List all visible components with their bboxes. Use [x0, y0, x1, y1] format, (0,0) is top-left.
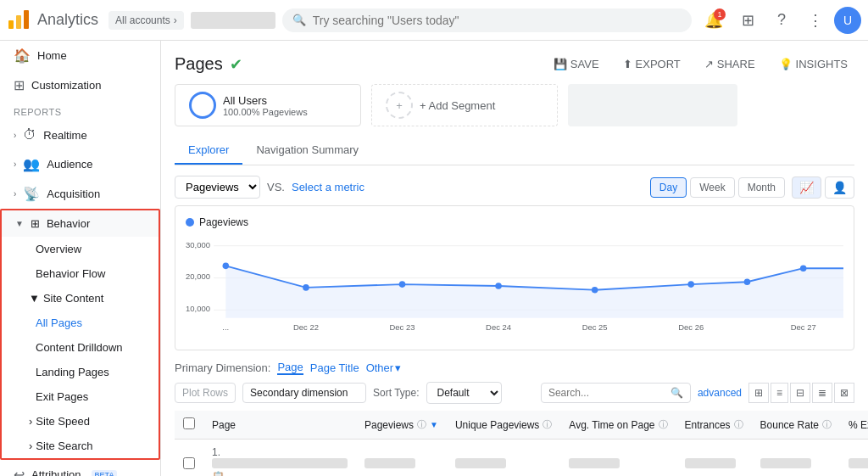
- sidebar-item-overview[interactable]: Overview: [2, 237, 159, 261]
- table-search-input[interactable]: [548, 387, 667, 399]
- svg-point-14: [687, 281, 694, 288]
- sidebar-item-behavior-flow[interactable]: Behavior Flow: [2, 261, 159, 286]
- lifecycle-view-button[interactable]: ≣: [812, 383, 832, 403]
- help-button[interactable]: ?: [766, 5, 797, 36]
- sidebar-item-content-drilldown[interactable]: Content Drilldown: [2, 335, 159, 360]
- custom-view-button[interactable]: ⊠: [834, 383, 854, 403]
- week-button[interactable]: Week: [690, 177, 734, 198]
- sidebar-item-attribution[interactable]: ↩ Attribution BETA: [0, 460, 160, 476]
- svg-point-12: [495, 283, 502, 289]
- sidebar-item-exit-pages[interactable]: Exit Pages: [2, 384, 159, 409]
- sort-type-label: Sort Type:: [373, 387, 419, 399]
- sort-arrow-pageviews: ▼: [430, 420, 438, 429]
- col-header-bounce-rate: Bounce Rate ⓘ: [752, 411, 840, 440]
- account-sub-blurred: [191, 12, 275, 29]
- export-button[interactable]: ⬆ EXPORT: [616, 54, 687, 74]
- sidebar-item-label-realtime: Realtime: [43, 129, 86, 142]
- col-header-entrances: Entrances ⓘ: [676, 411, 752, 440]
- bar-chart-button[interactable]: 👤: [825, 176, 854, 199]
- select-metric-link[interactable]: Select a metric: [292, 181, 364, 193]
- dim-page-link[interactable]: Page: [277, 361, 303, 375]
- more-options-button[interactable]: ⋮: [800, 5, 831, 36]
- table-search-box: 🔍: [541, 383, 691, 403]
- info-icon-avg-time[interactable]: ⓘ: [659, 418, 668, 431]
- row-1-checkbox[interactable]: [183, 457, 195, 469]
- save-button[interactable]: 💾 SAVE: [547, 54, 606, 74]
- col-header-unique-pageviews: Unique Pageviews ⓘ: [447, 411, 560, 440]
- svg-text:Dec 25: Dec 25: [582, 322, 608, 332]
- tab-navigation-summary[interactable]: Navigation Summary: [242, 137, 372, 165]
- home-icon: 🏠: [14, 48, 31, 64]
- chevron-right-icon-3: ›: [14, 189, 16, 199]
- sidebar-item-landing-pages[interactable]: Landing Pages: [2, 360, 159, 384]
- sidebar-item-site-speed[interactable]: › Site Speed: [2, 409, 159, 434]
- app-container: Analytics All accounts › 🔍 🔔 1 ⊞ ? ⋮ U: [0, 0, 868, 476]
- info-icon-entrances[interactable]: ⓘ: [734, 418, 743, 431]
- sidebar-item-site-content[interactable]: ▼ Site Content: [2, 286, 159, 311]
- add-segment-button[interactable]: + + Add Segment: [371, 84, 558, 126]
- sidebar-item-site-search[interactable]: › Site Search: [2, 434, 159, 458]
- sidebar: 🏠 Home ⊞ Customization REPORTS › ⏱ Realt…: [0, 41, 161, 476]
- sidebar-item-home[interactable]: 🏠 Home: [0, 41, 160, 70]
- page-title-row: Pages ✔: [175, 54, 242, 74]
- sidebar-wrapper: 🏠 Home ⊞ Customization REPORTS › ⏱ Realt…: [0, 41, 161, 476]
- verified-icon: ✔: [230, 55, 242, 74]
- comparison-view-button[interactable]: ≡: [771, 383, 788, 403]
- advanced-link[interactable]: advanced: [698, 387, 742, 399]
- expand-arrow-icon: ▼: [29, 292, 40, 305]
- svg-text:30,000: 30,000: [186, 240, 210, 249]
- row-1-entrances-blurred: [685, 458, 736, 468]
- acquisition-icon: 📡: [23, 186, 40, 202]
- insights-button[interactable]: 💡 INSIGHTS: [772, 54, 854, 74]
- reports-section-label: REPORTS: [0, 100, 160, 120]
- col-header-pct-exit: % Exit ⓘ: [840, 411, 868, 440]
- month-button[interactable]: Month: [738, 177, 785, 198]
- row-1-copy-icon[interactable]: 📋: [212, 471, 225, 476]
- secondary-dimension-select[interactable]: Secondary dimension: [242, 383, 366, 403]
- all-users-segment[interactable]: All Users 100.00% Pageviews: [175, 84, 361, 126]
- day-button[interactable]: Day: [650, 177, 687, 198]
- sidebar-item-customization[interactable]: ⊞ Customization: [0, 70, 160, 100]
- main-area: 🏠 Home ⊞ Customization REPORTS › ⏱ Realt…: [0, 41, 868, 476]
- metric-select[interactable]: Pageviews: [175, 176, 260, 199]
- blurred-segment-block: [568, 84, 737, 126]
- sidebar-item-audience[interactable]: › 👥 Audience: [0, 149, 160, 179]
- tab-explorer[interactable]: Explorer: [175, 137, 242, 165]
- sidebar-item-realtime[interactable]: › ⏱ Realtime: [0, 120, 160, 149]
- search-bar[interactable]: 🔍: [282, 8, 692, 32]
- sidebar-item-behavior[interactable]: ▼ ⊞ Behavior: [2, 210, 159, 237]
- account-selector[interactable]: All accounts ›: [108, 11, 184, 30]
- share-button[interactable]: ↗ SHARE: [698, 54, 762, 74]
- grid-view-button[interactable]: ⊞: [748, 383, 769, 403]
- user-avatar[interactable]: U: [834, 7, 861, 34]
- sort-type-select[interactable]: Default: [426, 382, 502, 404]
- svg-point-15: [744, 278, 751, 285]
- table-toolbar: Plot Rows Secondary dimension Sort Type:…: [175, 382, 854, 404]
- sidebar-item-acquisition[interactable]: › 📡 Acquisition: [0, 179, 160, 209]
- apps-button[interactable]: ⊞: [732, 5, 763, 36]
- main-content: Pages ✔ 💾 SAVE ⬆ EXPORT ↗ SHARE: [161, 41, 868, 476]
- notification-badge: 1: [714, 8, 726, 20]
- pivot-view-button[interactable]: ⊟: [790, 383, 810, 403]
- info-icon-bounce[interactable]: ⓘ: [822, 418, 832, 431]
- search-input[interactable]: [313, 14, 682, 27]
- page-actions: 💾 SAVE ⬆ EXPORT ↗ SHARE 💡 INSIGHTS: [547, 54, 854, 74]
- line-chart-button[interactable]: 📈: [792, 176, 821, 199]
- plot-rows-button[interactable]: Plot Rows: [175, 383, 236, 403]
- svg-point-10: [303, 284, 309, 291]
- dim-other-link[interactable]: Other ▾: [366, 361, 402, 374]
- sidebar-item-all-pages[interactable]: All Pages: [2, 311, 159, 335]
- info-icon-unique[interactable]: ⓘ: [542, 418, 552, 431]
- info-icon-pageviews[interactable]: ⓘ: [417, 418, 426, 431]
- segment-sub: 100.00% Pageviews: [223, 107, 308, 117]
- primary-dimension-row: Primary Dimension: Page Page Title Other…: [175, 361, 854, 375]
- account-label: All accounts: [115, 14, 170, 26]
- dim-page-title-link[interactable]: Page Title: [310, 361, 359, 374]
- notifications-button[interactable]: 🔔 1: [698, 5, 729, 36]
- chevron-down-icon: ›: [174, 14, 177, 26]
- expand-arrow-icon-3: ›: [29, 440, 32, 452]
- behavior-chevron-icon: ▼: [15, 219, 24, 228]
- select-all-checkbox[interactable]: [183, 417, 195, 429]
- vs-label: VS.: [267, 181, 285, 193]
- svg-rect-2: [24, 10, 29, 29]
